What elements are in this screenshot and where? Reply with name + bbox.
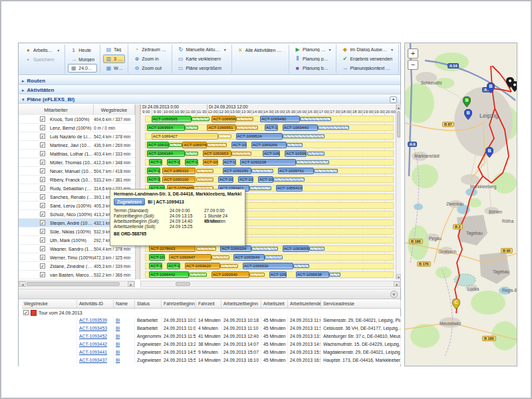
activity-row[interactable]: ACT-1093539BIBearbeitet24.09.2013 10:041… [22,317,401,325]
planning-context-button[interactable]: ↔Planungskontext anzeigen [339,63,396,72]
refresh-button[interactable]: ↻Manuelle Aktualisierung▾ [175,45,228,55]
activity-bar[interactable]: ACT-1089310 [162,168,196,174]
scroll-right-icon[interactable]: ▸ [128,281,134,287]
section-routen[interactable]: ▸ Routen [19,76,400,85]
activity-name-link[interactable]: BI [116,358,120,362]
activity-name-link[interactable]: BI [116,342,120,346]
activity-bar[interactable]: ACT-1093655 [283,245,309,252]
activity-bar[interactable]: ACT-1092281 [223,168,251,174]
employee-checkbox[interactable]: ✓ [40,151,45,156]
table-column-header[interactable]: Serviceadresse [321,300,401,308]
activity-id-link[interactable]: ACT-1093441 [79,350,107,354]
table-column-header[interactable]: Arbeitszeitbeginn [221,300,261,308]
activity-bar[interactable]: ACT-1069742 [182,142,207,148]
panel-options-button[interactable]: + [390,96,397,103]
employee-checkbox[interactable]: ✓ [40,272,45,277]
activity-bar[interactable]: ACT-1093100 [162,176,196,183]
activity-bar[interactable]: ACT-1069440 [283,124,318,131]
activity-id-link[interactable]: ACT-1093453 [79,326,107,331]
activity-bar[interactable]: ACT-1093620 [185,263,220,269]
activity-id-link[interactable]: ACT-1093437 [79,358,107,362]
map-zoom-in-button[interactable]: + [408,49,418,59]
activity-bar[interactable]: ACT-1069524 [236,133,283,140]
gantt-horizontal-scrollbar[interactable]: ▸ [140,281,401,287]
employee-checkbox[interactable]: ✓ [40,142,45,148]
tour-checkbox[interactable]: ✓ [23,310,29,315]
tour-group-row[interactable]: ✓ Tour vom 24.09.2013 [22,309,82,317]
employee-checkbox[interactable]: ✓ [40,220,45,225]
activity-bar[interactable]: ACT-1092646 [185,159,198,166]
activity-bar[interactable]: ACT-1089311 [147,168,160,174]
table-column-header[interactable]: Arbeitszeitende [288,300,321,308]
activity-bar[interactable]: ACT-3093118 [147,176,160,183]
activity-bar[interactable]: ACT-1069120 [231,142,247,148]
scroll-up-icon[interactable]: ▲ [396,104,401,110]
activity-bar[interactable]: ACT-1093645 [269,271,287,278]
activity-bar[interactable]: ACT-1066442 [149,271,189,278]
employee-checkbox[interactable]: ✓ [40,168,45,174]
employee-row[interactable]: ✓Martinez, Javi (100%)436,9 km / 269 min… [19,141,401,150]
users-button[interactable]: ●Arbeitsgruppen▾ [23,45,62,55]
employee-checkbox[interactable]: ✓ [40,186,45,191]
save-button[interactable]: ▪Speichern [23,55,62,64]
employee-row[interactable]: ✓Neuer, Manuel (100...504,7 km / 418 min… [19,167,401,176]
table-column-header[interactable]: Wegstrecke [22,300,77,308]
activity-bar[interactable]: ACT-1060915 [263,150,281,157]
map-panel[interactable]: + − SchkeuditzLeipzigMarkranstädtMarkkle… [404,43,517,366]
time-range-button[interactable]: ◔Zeitraum wählen [131,45,169,55]
activity-bar[interactable]: ACT-1066184 [147,150,185,157]
employee-checkbox[interactable]: ✓ [40,177,45,182]
activity-bar[interactable]: ACT-1069551 [207,124,235,131]
activity-bar[interactable]: ACT-1078663 [149,245,196,252]
employee-row[interactable]: ✓Lenz, Bernd (100%)0 m / 0 minACT-106955… [19,124,401,132]
table-column-header[interactable]: Arbeitszeit [261,300,288,308]
activity-row[interactable]: ACT-1093441BIZugewiesen24.09.2013 14:589… [22,348,401,356]
dialog-selection-button[interactable]: ◆Im Dialog Auswahl treffen▾ [339,45,396,55]
activity-bar[interactable]: ACT-1061181 [147,142,169,148]
activity-bar[interactable]: ACT-1090642 [149,263,162,269]
activity-row[interactable]: ACT-1093453BIBearbeitet24.09.2013 11:064… [22,325,401,332]
start-planning-button[interactable]: ▶Planung starten▾ [292,45,333,55]
table-column-header[interactable]: Fahrzeit [196,300,221,308]
activity-bar[interactable]: ACT-1069554 [147,124,185,131]
section-aktivitaeten[interactable]: ▸ Aktivitäten [19,86,400,94]
activity-bar[interactable]: ACT-1092642 [167,159,180,166]
employee-row[interactable]: ✓Kroos, Toni (100%)404,6 km / 337 minACT… [19,115,401,124]
employee-checkbox[interactable]: ✓ [40,263,45,269]
employee-row[interactable]: ✓Luis Nazário de Lim...542,4 km / 378 mi… [19,132,401,141]
use-result-button[interactable]: ✔Ergebnis verwenden [339,55,396,64]
enlarge-plans-button[interactable]: ▭Pläne vergrößern [175,63,228,72]
activity-bar[interactable]: ACT-1065945 [203,159,218,166]
stop-planning-button[interactable]: ■Planung beenden [292,63,333,72]
scroll-left-icon[interactable]: ◂ [19,281,26,287]
three-day-view-button[interactable]: ▥3 Tage [103,55,125,64]
employee-row[interactable]: ✓Werner, Timo (100%)472,3 km / 325 minAC… [19,253,401,262]
activity-bar[interactable]: ACT-1093649 [233,254,265,261]
zoom-out-button[interactable]: ⊖Zoom out [131,63,169,72]
activity-bar[interactable]: ACT-1069427 [152,133,218,140]
today-button[interactable]: 1Heute [68,45,97,55]
activity-pin-blue[interactable]: B [487,82,495,93]
employee-checkbox[interactable]: ✓ [40,125,45,130]
table-column-header[interactable]: Fahrtzeitbeginn [162,300,196,308]
activity-bar[interactable]: ACT-1093647 [169,254,211,261]
activity-bar[interactable]: ACT-1066104 [220,245,251,252]
scroll-right-icon[interactable]: ▸ [394,281,400,287]
activity-bar[interactable]: ACT-1055410 [276,185,303,192]
activity-id-link[interactable]: ACT-1093442 [79,342,107,346]
activity-pin-green[interactable]: B [463,96,471,107]
activity-bar[interactable]: ACT-1093643 [149,254,164,261]
shrink-map-button[interactable]: ▭Karte verkleinern [175,55,228,64]
employee-checkbox[interactable]: ✓ [40,255,45,260]
employee-checkbox[interactable]: ✓ [40,116,45,122]
table-column-header[interactable]: Aktivitäts-ID [77,300,114,308]
activity-bar[interactable]: ACT-1093632 [285,150,307,157]
column-header-mitarbeiter[interactable]: Mitarbeiter [19,104,94,115]
table-column-header[interactable]: Name [114,300,135,308]
pause-planning-button[interactable]: ⅡPlanung pausieren [292,55,333,64]
employee-checkbox[interactable]: ✓ [40,211,45,217]
activity-bar[interactable]: ACT-1069 [265,124,278,131]
activity-bar[interactable]: ACT-1060946 [223,159,236,166]
activity-bar[interactable]: ACT-1093640 [211,271,249,278]
employee-checkbox[interactable]: ✓ [40,246,45,251]
